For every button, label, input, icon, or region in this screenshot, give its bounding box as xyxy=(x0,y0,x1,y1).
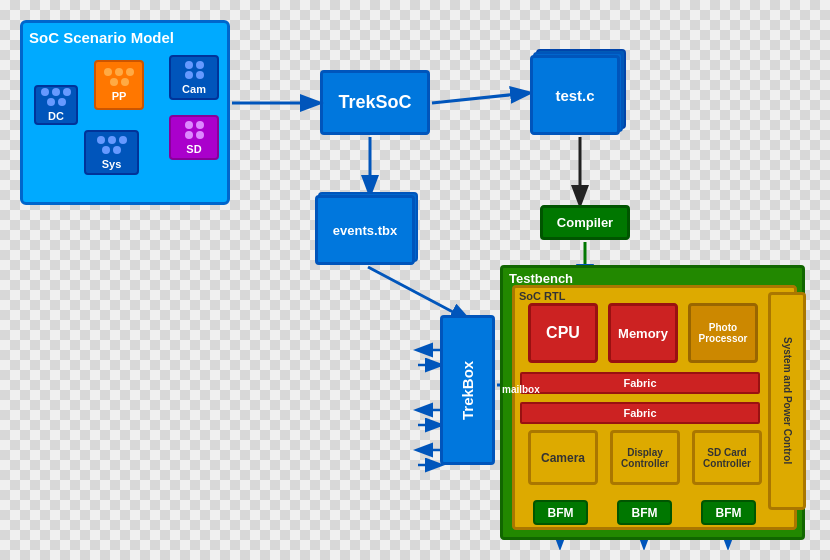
testc-box: test.c xyxy=(530,55,620,135)
memory-box: Memory xyxy=(608,303,678,363)
diagram-container: SoC Scenario Model DC xyxy=(10,10,810,550)
display-controller-box: Display Controller xyxy=(610,430,680,485)
events-box: events.tbx xyxy=(315,195,415,265)
soc-scenario-inner: DC PP xyxy=(29,55,221,185)
trekbox-box: TrekBox xyxy=(440,315,495,465)
photo-processor-label: Photo Processor xyxy=(691,322,755,344)
node-sys: Sys xyxy=(84,130,139,175)
bfm-box-3: BFM xyxy=(701,500,756,525)
soc-scenario-box: SoC Scenario Model DC xyxy=(20,20,230,205)
cpu-box: CPU xyxy=(528,303,598,363)
treksoc-label: TrekSoC xyxy=(338,92,411,113)
memory-label: Memory xyxy=(618,326,668,341)
compiler-label: Compiler xyxy=(557,215,613,230)
fabric-bar-top: Fabric xyxy=(520,372,760,394)
camera-box: Camera xyxy=(528,430,598,485)
testc-label: test.c xyxy=(555,87,594,104)
bfm-2-label: BFM xyxy=(632,506,658,520)
mailbox-label: mailbox xyxy=(502,384,540,395)
soc-scenario-title: SoC Scenario Model xyxy=(29,29,221,47)
events-label: events.tbx xyxy=(333,223,397,238)
node-pp: PP xyxy=(94,60,144,110)
system-power-label: System and Power Control xyxy=(782,337,793,464)
display-controller-label: Display Controller xyxy=(613,447,677,469)
bfm-1-label: BFM xyxy=(548,506,574,520)
svg-line-4 xyxy=(368,267,468,320)
fabric-top-label: Fabric xyxy=(623,377,656,389)
bfm-box-1: BFM xyxy=(533,500,588,525)
bfm-3-label: BFM xyxy=(716,506,742,520)
sdcard-controller-label: SD Card Controller xyxy=(695,447,759,469)
fabric-bottom-label: Fabric xyxy=(623,407,656,419)
svg-line-1 xyxy=(432,93,528,103)
soc-rtl-label: SoC RTL xyxy=(515,288,569,304)
photo-processor-box: Photo Processor xyxy=(688,303,758,363)
compiler-box: Compiler xyxy=(540,205,630,240)
cpu-label: CPU xyxy=(546,324,580,342)
treksoc-box: TrekSoC xyxy=(320,70,430,135)
node-dc: DC xyxy=(34,85,78,125)
system-power-box: System and Power Control xyxy=(768,292,806,510)
node-cam: Cam xyxy=(169,55,219,100)
camera-label: Camera xyxy=(541,451,585,465)
fabric-bar-bottom: Fabric xyxy=(520,402,760,424)
sdcard-controller-box: SD Card Controller xyxy=(692,430,762,485)
trekbox-label: TrekBox xyxy=(459,360,476,419)
bfm-box-2: BFM xyxy=(617,500,672,525)
node-sd: SD xyxy=(169,115,219,160)
